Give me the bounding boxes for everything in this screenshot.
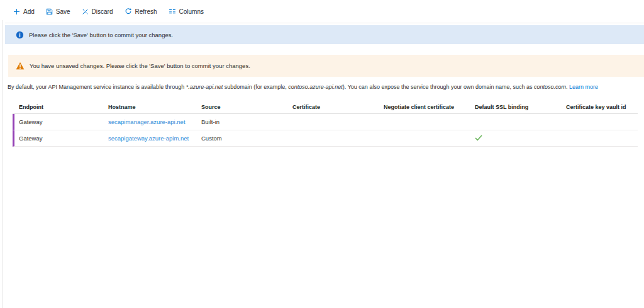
- warning-icon: [16, 62, 25, 70]
- info-banner-text: Please click the 'Save' button to commit…: [29, 31, 173, 38]
- description-part-italic: *.azure-api.net: [186, 84, 223, 90]
- column-header-source: Source: [201, 104, 292, 110]
- discard-button[interactable]: Discard: [76, 0, 119, 23]
- panel-edge-divider: [2, 20, 3, 308]
- column-header-certificate: Certificate: [292, 104, 384, 110]
- source-cell: Built-in: [201, 118, 292, 125]
- description-part: By default, your API Management service …: [8, 84, 186, 90]
- info-banner: Please click the 'Save' button to commit…: [5, 25, 644, 44]
- discard-button-label: Discard: [92, 8, 113, 15]
- warning-banner-text: You have unsaved changes. Please click t…: [30, 62, 250, 69]
- custom-domains-page: Add Save Discard Refresh Columns: [0, 0, 644, 308]
- learn-more-link[interactable]: Learn more: [569, 84, 598, 90]
- checkmark-icon: [475, 135, 482, 142]
- discard-icon: [82, 8, 89, 15]
- hostname-link[interactable]: secapigateway.azure-apim.net: [108, 135, 189, 142]
- columns-button-label: Columns: [179, 8, 204, 15]
- column-header-endpoint: Endpoint: [19, 104, 108, 110]
- endpoint-cell: Gateway: [19, 118, 108, 125]
- column-header-negotiate-client-certificate: Negotiate client certificate: [384, 104, 475, 110]
- info-icon: [16, 31, 24, 39]
- add-icon: [13, 8, 20, 15]
- description-part: ). You can also expose the service throu…: [343, 84, 534, 90]
- hostname-link[interactable]: secapimanager.azure-api.net: [108, 118, 186, 125]
- command-bar: Add Save Discard Refresh Columns: [5, 0, 644, 23]
- default-ssl-binding-cell: [475, 135, 566, 142]
- columns-icon: [169, 8, 176, 15]
- description-part-italic: contoso.azure-api.net: [288, 84, 343, 90]
- column-header-certificate-key-vault-id: Certificate key vault id: [566, 104, 638, 110]
- description-text: By default, your API Management service …: [8, 83, 634, 91]
- description-part: subdomain (for example,: [223, 84, 288, 90]
- refresh-icon: [125, 8, 132, 15]
- endpoint-cell: Gateway: [19, 135, 108, 142]
- warning-banner: You have unsaved changes. Please click t…: [8, 55, 644, 77]
- save-button[interactable]: Save: [40, 0, 76, 23]
- save-icon: [46, 8, 53, 15]
- table-row[interactable]: Gateway secapimanager.azure-api.net Buil…: [13, 114, 638, 130]
- add-button[interactable]: Add: [8, 0, 40, 23]
- table-row[interactable]: Gateway secapigateway.azure-apim.net Cus…: [13, 130, 638, 147]
- column-header-hostname: Hostname: [108, 104, 201, 110]
- save-button-label: Save: [56, 8, 70, 15]
- columns-button[interactable]: Columns: [163, 0, 209, 23]
- description-part-italic: contoso.com: [534, 84, 566, 90]
- table-header-row: Endpoint Hostname Source Certificate Neg…: [13, 101, 638, 114]
- add-button-label: Add: [23, 8, 35, 15]
- refresh-button[interactable]: Refresh: [119, 0, 163, 23]
- domains-table: Endpoint Hostname Source Certificate Neg…: [13, 101, 638, 147]
- refresh-button-label: Refresh: [135, 8, 157, 15]
- column-header-default-ssl-binding: Default SSL binding: [475, 104, 566, 110]
- source-cell: Custom: [201, 135, 292, 142]
